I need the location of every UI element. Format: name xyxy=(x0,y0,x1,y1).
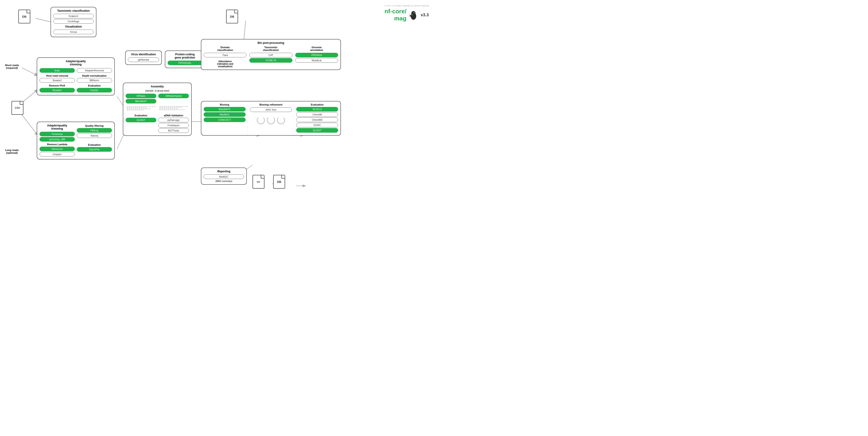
nanoq-pill: Nanoq xyxy=(77,133,112,138)
fastp-pill: fastp xyxy=(39,68,75,73)
bcftools-pill: BCFTools xyxy=(158,128,189,133)
remove-lambda-label: Remove Lambda xyxy=(39,143,75,146)
abundance-label: (Abundanceestimation andvisualization) xyxy=(204,60,247,68)
metabat2-pill: MetaBAT2 xyxy=(204,107,246,112)
genomad-pill: geNomad xyxy=(128,57,159,62)
gtdbtk-pill: GTDB-Tk xyxy=(249,58,292,63)
nanolyse-pill: NanoLyse xyxy=(39,147,75,151)
reporting-subtitle: (MAG summary) xyxy=(204,180,244,182)
genome-annotation-label: Genomeannotation xyxy=(295,46,338,52)
evaluation-short-label: Evaluation xyxy=(77,84,112,87)
quality-filter-label: Quality filtering xyxy=(77,124,112,127)
spinner-3 xyxy=(277,116,285,124)
multiqc-pill: MultiQC xyxy=(204,175,244,179)
checkm-pill: CheckM xyxy=(296,112,338,117)
db-icon-output: DB xyxy=(273,175,285,189)
db-icon-top: DB xyxy=(19,10,30,23)
spinner-2 xyxy=(267,116,275,124)
taxonomic-classification-box: Taxonomic classification Kraken2 Centrif… xyxy=(51,7,96,37)
credit-text: CC-BY 4.0 Design originally by Zandra Fa… xyxy=(384,5,429,7)
long-reads-label: Long reads(optional) xyxy=(3,149,21,154)
spades-pill: SPAdes xyxy=(126,94,156,98)
adapter-quality-short-box: Adapter/qualitytrimming fastp AdapterRem… xyxy=(37,57,115,95)
bin-taxonomic-label: Taxonomicclassification xyxy=(249,46,292,52)
main-container: CC-BY 4.0 Design originally by Zandra Fa… xyxy=(0,0,434,218)
protein-coding-box: Protein-codinggene prediction PRODIGAL xyxy=(165,51,205,68)
fastqc-pill: FastQC xyxy=(77,88,112,92)
checkm2-pill: CheckM2 xyxy=(296,118,338,122)
gunc-pill: GUNC xyxy=(296,123,338,127)
quast-eval-pill: QUAST xyxy=(296,128,338,133)
adapter-quality-long-box: Adapter/qualitytrimming Porechop porecho… xyxy=(37,122,115,159)
prodigal-pill: PRODIGAL xyxy=(167,61,202,65)
filtlong-pill: Filtlong xyxy=(77,128,112,133)
reporting-title: Reporting xyxy=(204,170,244,173)
assembly-title: Assembly xyxy=(126,85,189,88)
host-removal-label: Host read removal xyxy=(39,74,75,77)
centrifuge-pill: Centrifuge xyxy=(53,19,94,24)
depth-norm-label: Depth normalisation xyxy=(77,74,112,77)
concoct-pill: CONCOCT xyxy=(204,118,246,122)
reporting-box: Reporting MultiQC (MAG summary) xyxy=(201,167,247,185)
assembly-subtitle: (sample- or group-wise) xyxy=(126,90,189,92)
protein-coding-title: Protein-codinggene prediction xyxy=(167,53,202,59)
adna-label: aDNA Validation xyxy=(158,114,189,117)
virus-identification-title: Virus identification xyxy=(128,53,159,56)
binning-area-box: Binning MetaBAT2 MaxBin2 CONCOCT Binning… xyxy=(201,101,341,136)
evaluation-long-label: Evaluation xyxy=(77,144,112,146)
svg-point-4 xyxy=(414,12,414,13)
bbnorm-pill: BBNorm xyxy=(77,78,112,83)
logo-area: CC-BY 4.0 Design originally by Zandra Fa… xyxy=(384,5,429,22)
evaluation-binning-label: Evaluation xyxy=(296,103,338,106)
svg-rect-8 xyxy=(411,14,413,15)
spadeshybrid-pill: SPAdesHybrid xyxy=(158,94,189,98)
assembly-box: Assembly (sample- or group-wise) SPAdes … xyxy=(123,83,192,136)
cat-pill: CAT xyxy=(249,53,292,57)
tsv-icon: tsv xyxy=(252,175,265,189)
tiara-pill: Tiara xyxy=(204,53,247,57)
chopper-lambda-pill: chopper xyxy=(39,152,75,156)
bowtie2-host-pill: Bowtie2 xyxy=(39,78,75,83)
quast-assembly-pill: QUAST xyxy=(126,118,156,122)
evaluation-assembly-label: Evaluation xyxy=(126,114,156,117)
nfcore-text: nf-core/ mag xyxy=(384,8,406,22)
metaeuk-pill: MetaEuk xyxy=(295,58,338,63)
nfcore-bird-icon xyxy=(408,8,419,22)
visualization-label: Visualization xyxy=(53,25,94,28)
spinner-1 xyxy=(257,116,265,124)
porechop-abi-pill: porechop_ABI xyxy=(39,137,75,142)
kraken2-pill: Kraken2 xyxy=(53,14,94,18)
adapter-quality-short-title: Adapter/qualitytrimming xyxy=(39,60,112,66)
short-reads-label: Short reads(required) xyxy=(3,64,21,69)
binning-label: Binning xyxy=(204,103,246,106)
maxbin2-pill: MaxBin2 xyxy=(204,112,246,117)
bowtie2-phix-pill: Bowtie2 xyxy=(39,88,75,92)
adapter-quality-long-title: Adapter/qualitytrimming xyxy=(39,124,75,130)
porechop-pill: Porechop xyxy=(39,132,75,136)
version-label: v3.3 xyxy=(421,12,429,18)
freebayes-pill: Freebayes xyxy=(158,123,189,128)
prokka-pill: PROKKA xyxy=(295,53,338,57)
binning-refinement-label: Binning refinement xyxy=(250,103,292,106)
bin-post-processing-box: Bin post-processing Domainclassification… xyxy=(201,39,341,70)
adapterremoval-pill: AdapterRemoval xyxy=(77,68,112,73)
db-icon-binning: DB xyxy=(226,10,238,23)
krona-pill: Krona xyxy=(53,30,94,34)
dastool-pill: DAS Tool xyxy=(250,107,292,112)
bin-post-title: Bin post-processing xyxy=(204,41,338,44)
nanoplot-pill: NanoPlot xyxy=(77,147,112,152)
remove-phix-label: Remove PhiX xyxy=(39,84,75,87)
megahit-pill: MEGAHIT xyxy=(126,99,156,103)
taxonomic-classification-title: Taxonomic classification xyxy=(53,9,94,12)
csv-icon: CSV xyxy=(11,101,23,115)
virus-identification-box: Virus identification geNomad xyxy=(125,51,162,65)
domain-classification-label: Domainclassification xyxy=(204,46,247,52)
busco-pill: BUSCO xyxy=(296,107,338,112)
pydamage-pill: pyDamage xyxy=(158,118,189,122)
